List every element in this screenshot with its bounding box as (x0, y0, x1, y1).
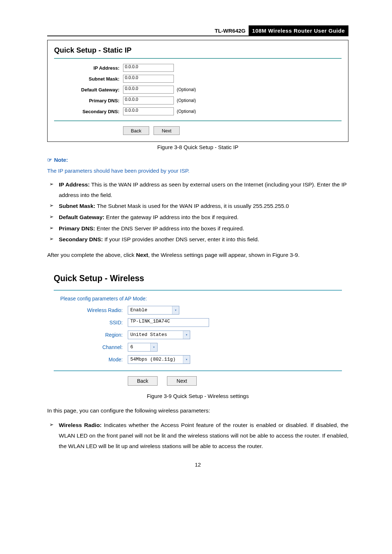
text-segment: , the Wireless settings page will appear… (148, 252, 299, 258)
text-bold: Next (136, 252, 148, 258)
chevron-down-icon: ▾ (150, 343, 157, 351)
subnet-mask-label: Subnet Mask: (54, 76, 123, 82)
list-item: Secondary DNS: If your ISP provides anot… (47, 234, 348, 245)
bullet-text: If your ISP provides another DNS server,… (103, 236, 259, 242)
bullet-bold: Secondary DNS: (59, 236, 103, 242)
after-text: After you complete the above, click Next… (47, 250, 348, 260)
bullet-bold: Wireless Radio: (59, 422, 102, 428)
figure-static-ip: Quick Setup - Static IP IP Address: 0.0.… (47, 40, 348, 142)
bullet-text: Enter the DNS Server IP address into the… (95, 225, 244, 231)
pointing-hand-icon: ☞ (47, 157, 52, 163)
default-gateway-label: Default Gateway: (54, 87, 123, 93)
ssid-input[interactable]: TP-LINK_1DA74C (128, 318, 209, 327)
channel-label: Channel: (54, 344, 128, 350)
ip-address-label: IP Address: (54, 65, 123, 71)
chevron-down-icon: ▾ (183, 331, 190, 339)
primary-dns-label: Primary DNS: (54, 98, 123, 103)
secondary-dns-input[interactable]: 0.0.0.0 (123, 107, 174, 115)
default-gateway-optional: (Optional) (177, 87, 196, 92)
secondary-dns-optional: (Optional) (177, 109, 196, 114)
back-button[interactable]: Back (123, 126, 149, 135)
wireless-radio-select[interactable]: Enable ▾ (128, 306, 179, 315)
wireless-radio-label: Wireless Radio: (54, 307, 128, 313)
primary-dns-optional: (Optional) (177, 98, 196, 103)
figure2-title: Quick Setup - Wireless (54, 274, 342, 283)
figure-wireless: Quick Setup - Wireless Please config par… (47, 267, 348, 391)
divider (54, 370, 342, 371)
note-heading: ☞Note: (47, 157, 348, 163)
list-item: Primary DNS: Enter the DNS Server IP add… (47, 223, 348, 234)
select-value: 54Mbps (802.11g) (128, 357, 183, 362)
header-guide: 108M Wireless Router User Guide (249, 25, 348, 36)
default-gateway-input[interactable]: 0.0.0.0 (123, 86, 174, 94)
select-value: United States (128, 332, 183, 337)
bullet-text: The Subnet Mask is used for the WAN IP a… (95, 203, 289, 209)
divider (54, 58, 342, 59)
bullet-bold: Subnet Mask: (59, 203, 95, 209)
doc-header: TL-WR642G 108M Wireless Router User Guid… (47, 25, 348, 36)
bullet-text: Enter the gateway IP address into the bo… (105, 214, 238, 220)
select-value: Enable (128, 307, 172, 313)
divider (54, 290, 342, 291)
note-text: The IP parameters should have been provi… (47, 168, 348, 174)
bullet-bold: Primary DNS: (59, 225, 95, 231)
note-label: Note: (54, 157, 68, 163)
divider (54, 120, 342, 121)
ssid-label: SSID: (54, 320, 128, 325)
header-model: TL-WR642G (47, 25, 249, 36)
primary-dns-input[interactable]: 0.0.0.0 (123, 97, 174, 104)
mode-select[interactable]: 54Mbps (802.11g) ▾ (128, 355, 190, 364)
bullet-bold: Default Gateway: (59, 214, 105, 220)
select-value: 6 (128, 344, 150, 350)
subnet-mask-input[interactable]: 0.0.0.0 (123, 75, 174, 83)
figure1-title: Quick Setup - Static IP (54, 46, 342, 54)
bullet-text: This is the WAN IP address as seen by ex… (59, 181, 347, 198)
figure2-caption: Figure 3-9 Quick Setup - Wireless settin… (47, 393, 348, 399)
bullet-bold: IP Address: (59, 181, 90, 188)
region-select[interactable]: United States ▾ (128, 331, 190, 339)
page-number: 12 (47, 461, 348, 468)
bullet-text: Indicates whether the Access Point featu… (59, 422, 348, 449)
mode-label: Mode: (54, 357, 128, 362)
list-item: Default Gateway: Enter the gateway IP ad… (47, 212, 348, 223)
region-label: Region: (54, 332, 128, 338)
next-button[interactable]: Next (154, 126, 180, 135)
text-segment: After you complete the above, click (47, 252, 136, 258)
list-item: IP Address: This is the WAN IP address a… (47, 180, 348, 200)
figure1-caption: Figure 3-8 Quick Setup - Static IP (47, 144, 348, 150)
channel-select[interactable]: 6 ▾ (128, 343, 158, 352)
bullet-list-1: IP Address: This is the WAN IP address a… (47, 180, 348, 245)
secondary-dns-label: Secondary DNS: (54, 109, 123, 114)
chevron-down-icon: ▾ (172, 306, 179, 314)
next-button[interactable]: Next (167, 376, 197, 386)
back-button[interactable]: Back (128, 376, 158, 386)
list-item: Subnet Mask: The Subnet Mask is used for… (47, 201, 348, 212)
chevron-down-icon: ▾ (183, 356, 190, 364)
body-text-2: In this page, you can configure the foll… (47, 406, 348, 416)
figure2-prompt: Please config parameters of AP Mode: (60, 296, 342, 301)
list-item: Wireless Radio: Indicates whether the Ac… (47, 420, 348, 451)
ip-address-input[interactable]: 0.0.0.0 (123, 64, 174, 72)
bullet-list-2: Wireless Radio: Indicates whether the Ac… (47, 420, 348, 451)
